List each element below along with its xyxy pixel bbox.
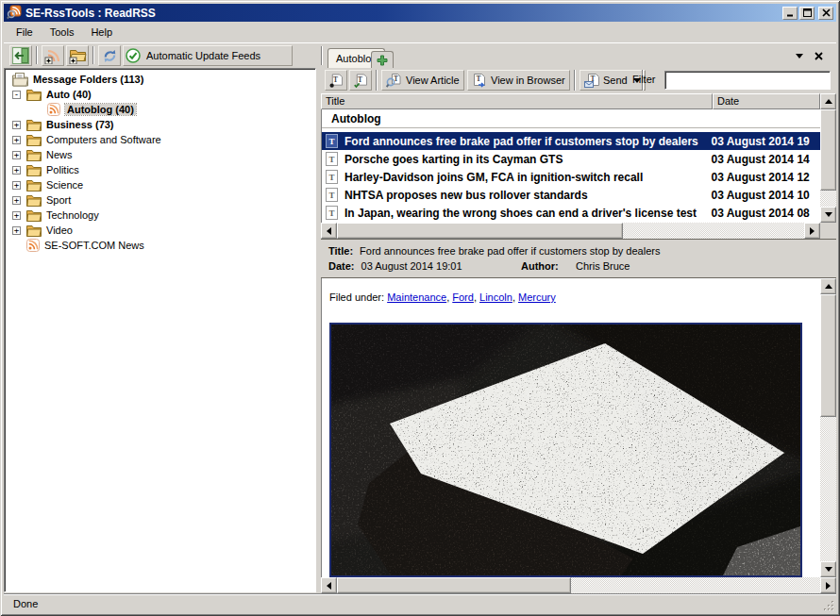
arrow-right-icon (826, 582, 831, 590)
article-doc-icon: T (326, 170, 338, 184)
chevron-down-icon (796, 54, 803, 58)
scroll-up-button[interactable] (820, 278, 836, 294)
titlebar[interactable]: SE-RssTools : ReadRSS (4, 4, 836, 22)
article-doc-icon: T (326, 134, 338, 148)
expand-box[interactable]: + (12, 136, 21, 144)
scroll-right-button[interactable] (804, 223, 820, 239)
automatic-update-feeds-toggle[interactable]: Automatic Update Feeds (123, 45, 293, 66)
tree-item-business[interactable]: + Business (73) (5, 117, 315, 132)
column-header-title[interactable]: Title (321, 93, 713, 109)
expand-box[interactable]: + (12, 226, 21, 235)
add-feed-icon (44, 47, 61, 64)
add-folder-button[interactable] (66, 45, 89, 66)
scroll-right-button[interactable] (820, 577, 836, 593)
tree-item-science[interactable]: + Science (5, 177, 315, 192)
preview-author-value: Chris Bruce (576, 258, 630, 274)
tree-item-label: Science (46, 179, 83, 191)
rss-feed-icon (47, 103, 60, 116)
arrow-up-icon (825, 284, 832, 289)
scrollbar-thumb[interactable] (337, 223, 623, 239)
tag-link[interactable]: Ford (452, 291, 474, 303)
tag-link[interactable]: Mercury (518, 291, 556, 303)
filter-input[interactable] (664, 71, 831, 90)
mark-read-button[interactable]: T (349, 70, 372, 91)
collapse-box[interactable]: - (12, 91, 21, 99)
svg-text:T: T (328, 208, 334, 218)
folder-icon (26, 225, 42, 237)
tag-link[interactable]: Maintenance (387, 291, 446, 303)
add-folder-icon (69, 47, 87, 64)
new-tab-button[interactable] (371, 51, 394, 68)
filed-under-label: Filed under: (329, 291, 384, 303)
arrow-down-icon (825, 212, 832, 217)
article-row[interactable]: T In Japan, wearing the wrong shoes can … (322, 204, 820, 222)
scroll-up-button[interactable] (820, 93, 836, 109)
tree-item-video[interactable]: + Video (5, 223, 315, 238)
close-button[interactable] (818, 7, 833, 20)
scrollbar-thumb[interactable] (820, 294, 836, 417)
tree-item-news[interactable]: + News (5, 147, 315, 162)
tag-link[interactable]: Lincoln (479, 291, 512, 303)
mark-unread-button[interactable]: T (325, 70, 347, 91)
tree-item-label: Technology (46, 209, 99, 221)
tree-item-auto[interactable]: - Auto (40) (5, 87, 315, 102)
maximize-button[interactable] (799, 7, 815, 20)
article-row[interactable]: T Porsche goes karting in its Cayman GTS… (322, 150, 820, 168)
doc-minus-icon: T (329, 73, 343, 89)
svg-text:T: T (328, 155, 334, 164)
view-in-browser-button[interactable]: T View in Browser (467, 70, 570, 91)
tree-item-label: Politics (46, 164, 79, 175)
preview-horizontal-scrollbar[interactable] (321, 577, 836, 593)
article-image (329, 323, 802, 577)
arrow-down-icon (825, 567, 832, 572)
list-vertical-scrollbar[interactable] (820, 93, 836, 223)
expand-box[interactable]: + (12, 196, 21, 205)
scroll-left-button[interactable] (321, 577, 337, 593)
svg-text:T: T (333, 75, 338, 83)
view-article-button[interactable]: T View Article (381, 70, 464, 91)
tree-item-sport[interactable]: + Sport (5, 192, 315, 208)
article-row[interactable]: T NHTSA proposes new bus rollover standa… (322, 186, 820, 204)
folder-icon (26, 209, 42, 222)
minimize-button[interactable] (782, 7, 798, 20)
tree-item-politics[interactable]: + Politics (5, 162, 315, 177)
menu-tools[interactable]: Tools (42, 24, 83, 41)
expand-box[interactable]: + (12, 166, 21, 175)
add-feed-button[interactable] (42, 45, 64, 66)
refresh-feeds-button[interactable] (98, 45, 121, 66)
expand-box[interactable]: + (12, 121, 21, 129)
scrollbar-thumb[interactable] (337, 577, 571, 593)
scrollbar-thumb[interactable] (820, 109, 836, 191)
scroll-down-button[interactable] (820, 561, 836, 577)
expand-box[interactable]: + (12, 151, 21, 159)
list-horizontal-scrollbar[interactable] (321, 223, 820, 239)
column-header-date[interactable]: Date (713, 93, 820, 109)
tree-item-label: Auto (40) (46, 89, 92, 100)
expand-box[interactable]: + (12, 211, 21, 220)
tree-item-sesoft-news[interactable]: SE-SOFT.COM News (5, 238, 315, 253)
scroll-left-button[interactable] (321, 223, 337, 239)
scroll-down-button[interactable] (820, 207, 836, 223)
tree-item-autoblog[interactable]: Autoblog (40) (5, 102, 315, 117)
menu-help[interactable]: Help (82, 24, 121, 41)
tab-list-dropdown-button[interactable] (793, 50, 806, 61)
folder-icon (26, 119, 42, 131)
tree-item-technology[interactable]: + Technology (5, 208, 315, 223)
article-title: Ford announces free brake pad offer if c… (344, 135, 711, 148)
exit-button[interactable] (9, 45, 32, 66)
list-group-header: Autoblog (322, 109, 820, 128)
folder-icon (26, 164, 42, 176)
article-row[interactable]: T Ford announces free brake pad offer if… (322, 132, 820, 150)
article-date: 03 August 2014 08 (711, 207, 820, 220)
auto-update-label: Automatic Update Feeds (146, 50, 260, 61)
preview-vertical-scrollbar[interactable] (820, 278, 836, 577)
close-tab-button[interactable] (812, 50, 825, 61)
expand-box[interactable]: + (12, 181, 21, 190)
folder-icon (26, 89, 42, 101)
resize-grip[interactable] (823, 600, 835, 612)
menu-file[interactable]: File (8, 24, 42, 41)
tree-item-computers[interactable]: + Computers and Software (5, 132, 315, 147)
folder-icon (26, 179, 42, 191)
article-row[interactable]: T Harley-Davidson joins GM, FCA in ignit… (322, 168, 820, 186)
tree-root[interactable]: Message Folders (113) (5, 72, 315, 87)
